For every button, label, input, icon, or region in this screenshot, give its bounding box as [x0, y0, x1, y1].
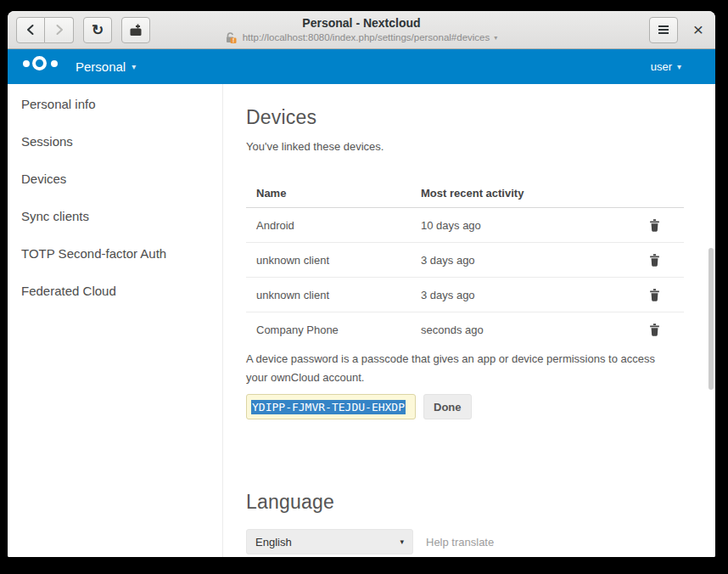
device-activity: 3 days ago — [421, 289, 640, 301]
app-menu-caret-icon: ▾ — [132, 62, 136, 71]
device-password-input[interactable]: YDIPP-FJMVR-TEJDU-EHXDP — [246, 394, 416, 419]
language-section: Language English ▾ Help translate — [246, 491, 715, 554]
hamburger-icon — [658, 25, 669, 35]
logo-circle-left — [23, 60, 30, 67]
sidebar-item-personal-info[interactable]: Personal info — [8, 86, 222, 123]
column-header-name: Name — [246, 187, 421, 200]
table-row: unknown client 3 days ago — [246, 278, 684, 312]
user-menu-label: user — [651, 60, 672, 73]
column-header-actions — [640, 187, 684, 200]
delete-device-icon[interactable] — [648, 288, 661, 302]
forward-icon — [54, 24, 64, 36]
nav-button-group — [16, 17, 74, 43]
language-select[interactable]: English ▾ — [246, 529, 413, 554]
device-activity: seconds ago — [421, 324, 640, 336]
device-password-hint: A device password is a passcode that giv… — [246, 350, 675, 387]
browser-window: ↻ Personal - Nextcloud ! — [8, 11, 715, 557]
device-activity: 3 days ago — [421, 254, 640, 267]
back-icon — [25, 24, 36, 36]
new-tab-icon — [129, 24, 143, 37]
delete-device-icon[interactable] — [648, 253, 661, 267]
reload-icon: ↻ — [92, 23, 104, 37]
devices-subtitle: You've linked these devices. — [246, 140, 715, 153]
scrollbar-thumb[interactable] — [708, 248, 714, 390]
app-menu-label: Personal — [76, 59, 126, 74]
device-password-row: YDIPP-FJMVR-TEJDU-EHXDP Done — [246, 394, 715, 419]
language-row: English ▾ Help translate — [246, 529, 715, 554]
titlebar-center: Personal - Nextcloud ! http://localhost:… — [166, 15, 557, 43]
logo-circle-right — [51, 60, 58, 67]
sidebar-item-federated-cloud[interactable]: Federated Cloud — [8, 273, 222, 310]
devices-table: Name Most recent activity Android 10 day… — [246, 187, 684, 347]
url-text: http://localhost:8080/index.php/settings… — [243, 32, 490, 42]
reload-button[interactable]: ↻ — [83, 17, 112, 43]
table-row: Company Phone seconds ago — [246, 312, 684, 347]
svg-text:!: ! — [232, 37, 234, 43]
table-row: unknown client 3 days ago — [246, 243, 684, 278]
new-tab-button[interactable] — [121, 17, 150, 43]
delete-device-icon[interactable] — [648, 218, 661, 233]
devices-section-title: Devices — [246, 106, 715, 129]
sidebar-item-sessions[interactable]: Sessions — [8, 123, 222, 160]
back-button[interactable] — [16, 17, 45, 43]
browser-titlebar: ↻ Personal - Nextcloud ! — [8, 11, 715, 49]
app-body: Personal info Sessions Devices Sync clie… — [8, 84, 715, 557]
sidebar-item-devices[interactable]: Devices — [8, 160, 222, 198]
url-row[interactable]: ! http://localhost:8080/index.php/settin… — [166, 31, 557, 43]
language-section-title: Language — [246, 491, 715, 514]
done-button[interactable]: Done — [423, 394, 472, 419]
device-name: Company Phone — [246, 324, 421, 336]
delete-device-icon[interactable] — [648, 323, 661, 337]
device-name: unknown client — [246, 289, 421, 301]
insecure-lock-icon: ! — [226, 31, 238, 43]
titlebar-right: × — [649, 17, 707, 43]
select-caret-icon: ▾ — [400, 537, 404, 546]
sidebar-item-totp[interactable]: TOTP Second-factor Auth — [8, 235, 222, 273]
forward-button[interactable] — [45, 17, 74, 43]
logo-circle-middle — [32, 56, 47, 70]
menu-button[interactable] — [649, 17, 678, 43]
language-selected-value: English — [255, 536, 292, 549]
nextcloud-header: Personal ▾ user ▾ — [8, 49, 715, 84]
sidebar-item-sync-clients[interactable]: Sync clients — [8, 198, 222, 235]
settings-content: Devices You've linked these devices. Nam… — [223, 84, 715, 557]
device-name: unknown client — [246, 254, 421, 267]
url-caret-icon: ▾ — [494, 34, 497, 42]
devices-table-header: Name Most recent activity — [246, 187, 684, 208]
device-name: Android — [246, 219, 421, 232]
user-menu-caret-icon: ▾ — [677, 62, 681, 71]
page-title: Personal - Nextcloud — [166, 15, 557, 31]
nextcloud-logo-icon — [23, 56, 64, 78]
settings-sidebar: Personal info Sessions Devices Sync clie… — [8, 84, 223, 557]
close-button[interactable]: × — [690, 21, 707, 38]
help-translate-link[interactable]: Help translate — [426, 536, 494, 549]
device-password-value: YDIPP-FJMVR-TEJDU-EHXDP — [251, 400, 406, 414]
app-menu[interactable]: Personal ▾ — [76, 59, 136, 74]
device-activity: 10 days ago — [421, 219, 640, 232]
user-menu[interactable]: user ▾ — [651, 60, 681, 73]
column-header-activity: Most recent activity — [421, 187, 640, 200]
table-row: Android 10 days ago — [246, 208, 684, 243]
